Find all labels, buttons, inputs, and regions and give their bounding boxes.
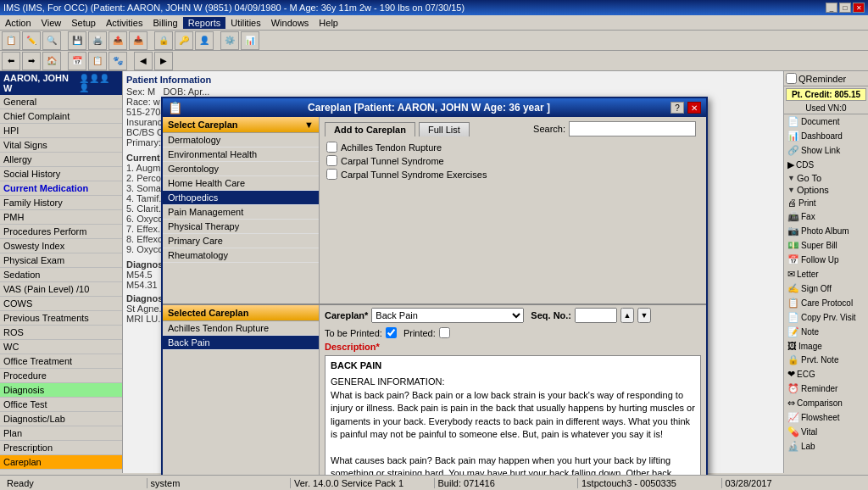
right-nav-cds[interactable]: ▶ CDS bbox=[784, 158, 868, 172]
nav-general[interactable]: General bbox=[0, 95, 122, 109]
right-nav-prvtnote[interactable]: 🔒 Prvt. Note bbox=[784, 353, 868, 367]
nav-ros[interactable]: ROS bbox=[0, 326, 122, 340]
seq-input[interactable] bbox=[575, 308, 617, 323]
right-nav-comparison[interactable]: ⇔ Comparison bbox=[784, 396, 868, 410]
nav-prescription[interactable]: Prescription bbox=[0, 441, 122, 455]
right-nav-letter[interactable]: ✉ Letter bbox=[784, 267, 868, 281]
minimize-button[interactable]: _ bbox=[826, 3, 837, 13]
right-nav-signoff[interactable]: ✍ Sign Off bbox=[784, 281, 868, 296]
right-nav-vital[interactable]: 💊 Vital bbox=[784, 425, 868, 439]
nav-procedures-perform[interactable]: Procedures Perform bbox=[0, 225, 122, 239]
menu-billing[interactable]: Billing bbox=[147, 17, 182, 29]
careplan-item-physical-therapy[interactable]: Physical Therapy bbox=[163, 220, 319, 234]
right-nav-fax[interactable]: 📠 Fax bbox=[784, 209, 868, 224]
careplan-item-dermatology[interactable]: Dermatology bbox=[163, 133, 319, 148]
selected-item-back-pain[interactable]: Back Pain bbox=[163, 336, 319, 350]
right-nav-image[interactable]: 🖼 Image bbox=[784, 339, 868, 353]
careplan-item-environmental[interactable]: Environmental Health bbox=[163, 148, 319, 162]
toolbar-btn-9[interactable]: 🔑 bbox=[175, 31, 193, 50]
toolbar2-btn-2[interactable]: ➡ bbox=[22, 52, 41, 70]
toolbar-btn-8[interactable]: 🔒 bbox=[154, 31, 173, 50]
toolbar2-btn-7[interactable]: ◀ bbox=[134, 52, 153, 70]
right-nav-care-protocol[interactable]: 📋 Care Protocol bbox=[784, 296, 868, 310]
right-nav-copy-prv[interactable]: 📄 Copy Prv. Visit bbox=[784, 310, 868, 325]
checkbox-carpal-input[interactable] bbox=[326, 155, 337, 166]
close-button[interactable]: ✕ bbox=[853, 3, 865, 13]
toolbar-btn-7[interactable]: 📥 bbox=[129, 31, 147, 50]
toolbar-btn-5[interactable]: 🖨️ bbox=[88, 31, 107, 50]
right-nav-reminder[interactable]: ⏰ Reminder bbox=[784, 381, 868, 396]
menu-action[interactable]: Action bbox=[0, 17, 36, 29]
toolbar-btn-2[interactable]: ✏️ bbox=[22, 31, 41, 50]
nav-office-treatment[interactable]: Office Treatment bbox=[0, 354, 122, 369]
nav-plan[interactable]: Plan bbox=[0, 426, 122, 441]
right-nav-document[interactable]: 📄 Document bbox=[784, 114, 868, 129]
nav-pmh[interactable]: PMH bbox=[0, 210, 122, 225]
nav-oswesty-index[interactable]: Oswesty Index bbox=[0, 239, 122, 253]
toolbar2-btn-3[interactable]: 🏠 bbox=[42, 52, 61, 70]
nav-diagnosis[interactable]: Diagnosis bbox=[0, 383, 122, 398]
careplan-item-pain-mgmt[interactable]: Pain Management bbox=[163, 205, 319, 220]
nav-vital-signs[interactable]: Vital Signs bbox=[0, 138, 122, 153]
toolbar-btn-6[interactable]: 📤 bbox=[108, 31, 127, 50]
checkbox-carpal-exercises-input[interactable] bbox=[326, 169, 337, 180]
right-nav-print[interactable]: 🖨 Print bbox=[784, 196, 868, 209]
tab-full-list[interactable]: Full List bbox=[419, 122, 470, 136]
nav-allergy[interactable]: Allergy bbox=[0, 153, 122, 167]
checkbox-achilles-input[interactable] bbox=[326, 142, 337, 153]
nav-discussion[interactable]: Discussion bbox=[0, 470, 122, 473]
careplan-item-gerontology[interactable]: Gerontology bbox=[163, 162, 319, 176]
selected-item-achilles[interactable]: Achilles Tendon Rupture bbox=[163, 321, 319, 336]
toolbar-btn-4[interactable]: 💾 bbox=[68, 31, 86, 50]
toolbar-btn-12[interactable]: 📊 bbox=[241, 31, 259, 50]
nav-chief-complaint[interactable]: Chief Complaint bbox=[0, 109, 122, 124]
search-input[interactable] bbox=[569, 121, 696, 136]
right-nav-photo[interactable]: 📷 Photo Album bbox=[784, 224, 868, 238]
toolbar2-btn-5[interactable]: 📋 bbox=[88, 52, 107, 70]
modal-help-button[interactable]: ? bbox=[670, 102, 684, 114]
modal-close-button[interactable]: ✕ bbox=[687, 102, 701, 114]
menu-activities[interactable]: Activities bbox=[101, 17, 147, 29]
right-nav-note[interactable]: 📝 Note bbox=[784, 325, 868, 339]
careplan-select[interactable]: Back Pain bbox=[371, 308, 524, 323]
tab-add-to-careplan[interactable]: Add to Careplan bbox=[325, 122, 415, 136]
toolbar2-btn-8[interactable]: ▶ bbox=[154, 52, 173, 70]
toolbar-btn-3[interactable]: 🔍 bbox=[42, 31, 61, 50]
careplan-item-orthopedics[interactable]: Orthopedics bbox=[163, 191, 319, 205]
toolbar2-btn-6[interactable]: 🐾 bbox=[108, 52, 127, 70]
nav-careplan[interactable]: Careplan bbox=[0, 455, 122, 470]
toolbar2-btn-1[interactable]: ⬅ bbox=[2, 52, 20, 70]
right-nav-superbill[interactable]: 💵 Super Bill bbox=[784, 238, 868, 253]
nav-physical-exam[interactable]: Physical Exam bbox=[0, 253, 122, 268]
nav-previous-treatments[interactable]: Previous Treatments bbox=[0, 311, 122, 326]
right-nav-ecg[interactable]: ❤ ECG bbox=[784, 367, 868, 381]
printed-checkbox[interactable] bbox=[439, 327, 450, 338]
nav-office-test[interactable]: Office Test bbox=[0, 398, 122, 412]
nav-wc[interactable]: WC bbox=[0, 340, 122, 354]
toolbar2-btn-4[interactable]: 📅 bbox=[68, 52, 86, 70]
right-nav-dashboard[interactable]: 📊 Dashboard bbox=[784, 129, 868, 143]
nav-hpi[interactable]: HPI bbox=[0, 124, 122, 138]
right-nav-showlink[interactable]: 🔗 Show Link bbox=[784, 143, 868, 158]
careplan-list-scroll-btn[interactable]: ▼ bbox=[304, 120, 314, 130]
nav-cows[interactable]: COWS bbox=[0, 297, 122, 311]
nav-diagnostic-lab[interactable]: Diagnostic/Lab bbox=[0, 412, 122, 426]
nav-procedure[interactable]: Procedure bbox=[0, 369, 122, 383]
nav-sedation[interactable]: Sedation bbox=[0, 268, 122, 282]
right-nav-flowsheet[interactable]: 📈 Flowsheet bbox=[784, 410, 868, 425]
maximize-button[interactable]: □ bbox=[839, 3, 851, 13]
seq-up-btn[interactable]: ▲ bbox=[620, 308, 634, 323]
menu-help[interactable]: Help bbox=[314, 17, 343, 29]
menu-windows[interactable]: Windows bbox=[266, 17, 314, 29]
nav-social-history[interactable]: Social History bbox=[0, 167, 122, 181]
right-nav-lab[interactable]: 🔬 Lab bbox=[784, 439, 868, 454]
toolbar-btn-10[interactable]: 👤 bbox=[195, 31, 214, 50]
nav-vas[interactable]: VAS (Pain Level) /10 bbox=[0, 282, 122, 297]
seq-down-btn[interactable]: ▼ bbox=[637, 308, 651, 323]
reminder-checkbox[interactable] bbox=[786, 73, 797, 84]
nav-current-medication[interactable]: Current Medication bbox=[0, 181, 122, 196]
careplan-item-primary-care[interactable]: Primary Care bbox=[163, 234, 319, 248]
nav-family-history[interactable]: Family History bbox=[0, 196, 122, 210]
to-be-printed-checkbox[interactable] bbox=[386, 327, 397, 338]
careplan-item-rheumatology[interactable]: Rheumatology bbox=[163, 248, 319, 263]
